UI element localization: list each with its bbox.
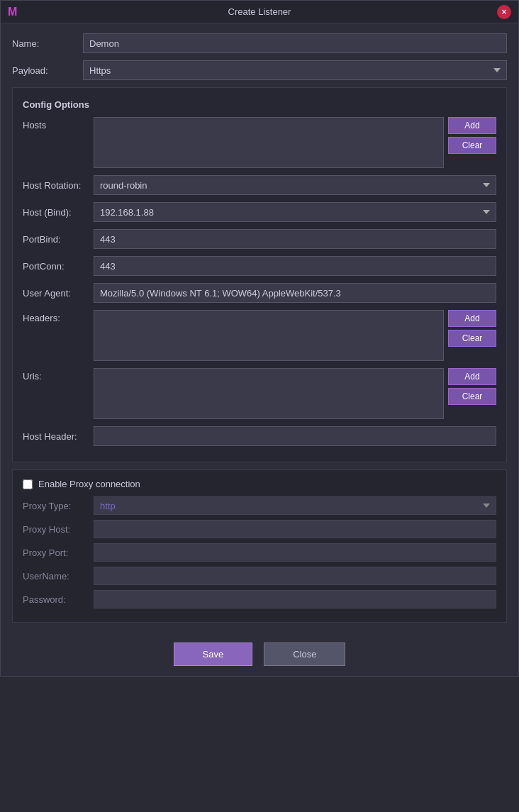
payload-label: Payload: [12,65,83,76]
host-header-row: Host Header: [23,426,496,446]
useragent-input[interactable] [94,283,496,303]
hosts-row: Hosts Add Clear [23,117,496,168]
uris-row: Uris: Add Clear [23,368,496,419]
proxy-type-label: Proxy Type: [23,501,94,511]
proxy-section: Enable Proxy connection Proxy Type: http… [12,469,507,623]
titlebar: M Create Listener × [1,1,518,23]
host-rotation-select[interactable]: round-robin random failover [94,175,496,195]
headers-add-button[interactable]: Add [448,310,496,327]
portconn-row: PortConn: [23,256,496,276]
headers-btn-group: Add Clear [448,310,496,347]
host-rotation-row: Host Rotation: round-robin random failov… [23,175,496,195]
proxy-port-row: Proxy Port: [23,543,496,562]
portbind-row: PortBind: [23,229,496,249]
name-row: Name: [12,33,507,53]
useragent-label: User Agent: [23,288,94,299]
hosts-btn-group: Add Clear [448,117,496,154]
payload-select[interactable]: Https Http Dns [83,60,507,80]
proxy-host-input[interactable] [94,520,496,538]
proxy-type-select[interactable]: http socks4 socks5 [94,496,496,515]
name-label: Name: [12,38,83,49]
hosts-clear-button[interactable]: Clear [448,137,496,154]
dialog-title: Create Listener [228,6,291,17]
headers-label: Headers: [23,310,94,323]
headers-textarea[interactable] [94,310,444,361]
payload-row: Payload: Https Http Dns [12,60,507,80]
host-rotation-label: Host Rotation: [23,180,94,191]
proxy-host-label: Proxy Host: [23,524,94,535]
host-bind-row: Host (Bind): 192.168.1.88 [23,202,496,222]
host-bind-label: Host (Bind): [23,207,94,218]
hosts-textarea[interactable] [94,117,444,168]
host-bind-select[interactable]: 192.168.1.88 [94,202,496,222]
hosts-add-button[interactable]: Add [448,117,496,134]
create-listener-dialog: M Create Listener × Name: Payload: Https… [0,0,519,677]
close-button[interactable]: Close [264,643,345,666]
window-close-button[interactable]: × [497,5,511,19]
password-label: Password: [23,594,94,605]
name-input[interactable] [83,33,507,53]
password-row: Password: [23,590,496,608]
username-label: UserName: [23,571,94,582]
uris-add-button[interactable]: Add [448,368,496,385]
proxy-host-row: Proxy Host: [23,520,496,538]
host-header-label: Host Header: [23,431,94,442]
config-section-title: Config Options [23,99,496,110]
headers-row: Headers: Add Clear [23,310,496,361]
portconn-input[interactable] [94,256,496,276]
hosts-label: Hosts [23,117,94,130]
headers-clear-button[interactable]: Clear [448,330,496,347]
portbind-input[interactable] [94,229,496,249]
password-input[interactable] [94,590,496,608]
portconn-label: PortConn: [23,261,94,272]
proxy-type-row: Proxy Type: http socks4 socks5 [23,496,496,515]
footer-buttons: Save Close [1,633,518,676]
save-button[interactable]: Save [174,643,253,666]
uris-btn-group: Add Clear [448,368,496,405]
dialog-content: Name: Payload: Https Http Dns Config Opt… [1,23,518,633]
config-options-section: Config Options Hosts Add Clear Host Rota… [12,87,507,462]
app-icon: M [8,6,17,18]
proxy-title-row: Enable Proxy connection [23,479,496,489]
uris-label: Uris: [23,368,94,382]
proxy-title-label: Enable Proxy connection [38,479,140,489]
useragent-row: User Agent: [23,283,496,303]
proxy-port-label: Proxy Port: [23,547,94,558]
enable-proxy-checkbox[interactable] [23,479,33,489]
host-header-input[interactable] [94,426,496,446]
proxy-port-input[interactable] [94,543,496,562]
uris-textarea[interactable] [94,368,444,419]
portbind-label: PortBind: [23,234,94,245]
username-row: UserName: [23,567,496,585]
uris-clear-button[interactable]: Clear [448,388,496,405]
username-input[interactable] [94,567,496,585]
